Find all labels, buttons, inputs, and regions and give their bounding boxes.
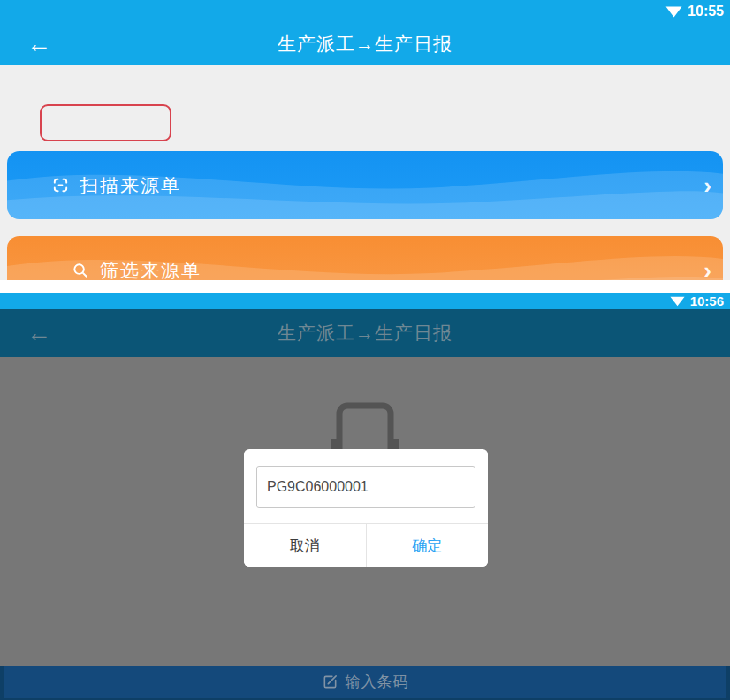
card-label: 扫描来源单 [80, 173, 181, 198]
phone-scanner-illustration [328, 402, 402, 449]
barcode-input-dialog: 取消 确定 [244, 449, 488, 567]
bottom-strip: 输入条码 [0, 666, 730, 700]
header-2: ← 生产派工→生产日报 [0, 309, 730, 357]
app-screenshots: 10:55 ← 生产派工→生产日报 扫描来源单 › [0, 0, 730, 700]
status-time: 10:56 [690, 294, 724, 308]
status-bar-1: 10:55 [0, 0, 730, 23]
bottom-bar-label: 输入条码 [346, 672, 409, 692]
status-time: 10:55 [688, 4, 724, 19]
card-label: 筛选来源单 [100, 258, 202, 283]
cancel-button[interactable]: 取消 [244, 524, 367, 567]
wifi-icon [665, 6, 682, 18]
confirm-button[interactable]: 确定 [367, 524, 489, 567]
enter-barcode-button[interactable]: 输入条码 [4, 666, 726, 698]
status-bar-2: 10:56 [0, 293, 730, 309]
content-1: 扫描来源单 › 筛选来源单 › [0, 65, 730, 280]
chevron-right-icon: › [703, 174, 711, 197]
barcode-input[interactable] [256, 466, 475, 508]
wifi-icon [670, 296, 685, 307]
search-icon [71, 261, 91, 281]
scanner-dim-area: 取消 确定 [0, 357, 730, 666]
page-title: 生产派工→生产日报 [0, 32, 730, 57]
scan-icon [50, 175, 71, 195]
dialog-button-row: 取消 确定 [244, 523, 488, 567]
header-1: ← 生产派工→生产日报 [0, 23, 730, 65]
page-title: 生产派工→生产日报 [0, 321, 730, 346]
chevron-right-icon: › [703, 259, 711, 282]
scan-source-order-button[interactable]: 扫描来源单 › [7, 151, 723, 219]
edit-icon [322, 673, 338, 690]
